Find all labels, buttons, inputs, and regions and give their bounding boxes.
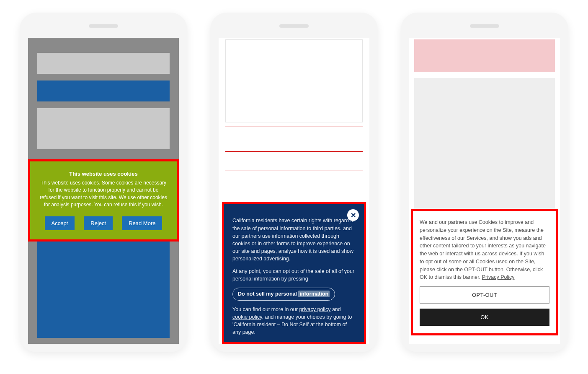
reject-button[interactable]: Reject <box>84 216 113 230</box>
phone-speaker <box>89 24 118 28</box>
phone-mockup-3: We and our partners use Cookies to impro… <box>401 13 568 352</box>
pill-text: Do not sell my personal <box>238 291 298 297</box>
cookie-dialog-text: You can find out more in our privacy pol… <box>232 306 356 336</box>
phone-screen-1: This website uses cookies This website u… <box>28 38 179 344</box>
privacy-policy-link[interactable]: Privacy Policy <box>482 274 515 280</box>
text-segment: You can find out more in our <box>232 306 299 312</box>
phone-screen-2: ✕ California residents have certain righ… <box>219 38 369 344</box>
cookie-dialog-text: California residents have certain rights… <box>232 217 356 262</box>
page-block-placeholder <box>225 39 363 122</box>
page-block-placeholder <box>414 78 555 216</box>
cookie-dialog-buttons: Accept Reject Read More <box>37 216 170 230</box>
close-icon[interactable]: ✕ <box>347 209 359 221</box>
read-more-button[interactable]: Read More <box>122 216 162 230</box>
accept-button[interactable]: Accept <box>45 216 75 230</box>
cookie-dialog-3: We and our partners use Cookies to impro… <box>411 209 558 335</box>
cookie-dialog-title: This website uses cookies <box>37 171 170 177</box>
page-block-placeholder <box>37 108 170 149</box>
cookie-dialog-2: ✕ California residents have certain righ… <box>222 202 366 344</box>
phone-screen-3: We and our partners use Cookies to impro… <box>409 38 560 344</box>
text-segment: and <box>330 306 340 312</box>
page-block-placeholder <box>37 81 170 101</box>
page-block-placeholder <box>37 53 170 74</box>
phone-mockup-2: ✕ California residents have certain righ… <box>210 13 378 352</box>
phone-speaker <box>470 24 499 28</box>
phone-mockup-1: This website uses cookies This website u… <box>20 13 187 352</box>
page-block-placeholder <box>225 127 363 152</box>
text-segment: California residents have certain rights… <box>232 218 355 231</box>
cookie-dialog-text: We and our partners use Cookies to impro… <box>420 218 549 281</box>
phone-speaker <box>279 24 309 28</box>
cookie-dialog-1: This website uses cookies This website u… <box>28 159 179 242</box>
ok-button[interactable]: OK <box>420 309 549 326</box>
cookie-dialog-text: This website uses cookies. Some cookies … <box>37 179 170 209</box>
pill-highlight: information <box>298 291 330 297</box>
page-block-placeholder <box>414 39 555 72</box>
cookie-dialog-text: At any point, you can opt out of the sal… <box>232 268 356 283</box>
opt-out-button[interactable]: OPT-OUT <box>420 286 549 304</box>
privacy-policy-link[interactable]: privacy policy <box>299 306 330 312</box>
page-block-placeholder <box>225 163 363 171</box>
do-not-sell-button[interactable]: Do not sell my personal information <box>232 288 335 300</box>
cookie-policy-link[interactable]: cookie policy <box>232 314 262 320</box>
page-block-placeholder <box>37 237 170 338</box>
text-segment: We and our partners use Cookies to impro… <box>420 219 546 280</box>
